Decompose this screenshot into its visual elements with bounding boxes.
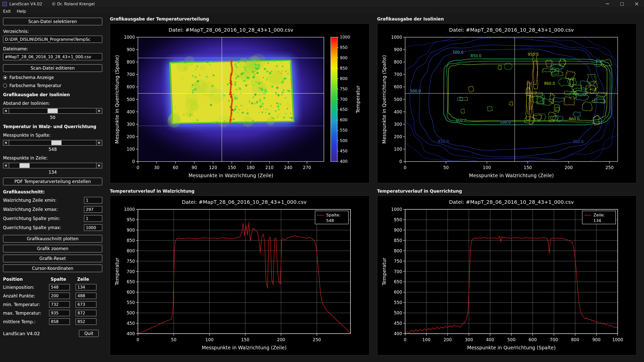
value-box: 858	[49, 318, 70, 325]
app-version-label: LandScan V4.02	[3, 331, 40, 336]
abstand-slider[interactable]	[3, 108, 102, 114]
walzrichtung-profile-canvas[interactable]	[110, 195, 369, 355]
xmax-label: Walzrichtung Zeile xmax:	[3, 207, 58, 212]
app-icon	[3, 2, 7, 6]
crop-row-xmax: Walzrichtung Zeile xmax:	[3, 206, 102, 213]
slider-left-arrow-icon[interactable]	[3, 108, 9, 114]
panel-title: Grafikausgabe der Temperaturverteilung	[110, 16, 369, 23]
isolines-canvas[interactable]	[377, 23, 637, 183]
messpunkte-spalte-label: Messpunkte in Spalte:	[3, 133, 102, 138]
value-box: 673	[76, 301, 96, 308]
value-box: 935	[49, 310, 70, 316]
reset-button[interactable]: Grafik-Reset	[3, 255, 102, 262]
crop-row-ymax: Querrichtung Spalte ymax:	[3, 224, 102, 231]
maximize-button[interactable]	[615, 0, 629, 8]
value-box: 134	[76, 284, 96, 290]
radio-farbschema-anzeige[interactable]: Farbschema Anzeige	[3, 75, 102, 80]
menu-help[interactable]: Help	[14, 9, 29, 14]
menu-bar: Exit Help	[0, 8, 644, 15]
position-table: Position Spalte Zeile Linienposition: 54…	[3, 277, 102, 325]
window-controls: ×	[600, 0, 644, 8]
table-row: mittlere Temp.: 858 852	[3, 318, 102, 325]
verzeichnis-label: Verzeichnis:	[3, 29, 102, 34]
table-row: Linienposition: 548 134	[3, 284, 102, 290]
querrichtung-profile-canvas[interactable]	[377, 195, 637, 355]
close-button[interactable]: ×	[629, 0, 644, 8]
walzrichtung-profile-panel: Temperaturverlauf in Walzrichtung	[110, 188, 369, 355]
dateiname-label: Dateiname:	[3, 46, 102, 51]
maximize-icon	[620, 2, 624, 6]
value-box: 488	[76, 293, 96, 299]
header-spalte: Spalte	[49, 277, 76, 282]
pdf-button[interactable]: PDF Temperaturverteilung erstellen	[3, 178, 102, 185]
spalte-value: 548	[3, 147, 102, 152]
table-row: Anzahl Punkte: 200 488	[3, 293, 102, 299]
grafikausschnitt-heading: Grafikausschnitt:	[3, 189, 102, 194]
control-sidebar: Scan-Datei selektieren Verzeichnis: Date…	[3, 16, 102, 337]
slider-left-arrow-icon[interactable]	[3, 140, 9, 146]
zeile-slider-thumb[interactable]	[19, 163, 30, 168]
slider-right-arrow-icon[interactable]	[96, 140, 102, 146]
ymax-label: Querrichtung Spalte ymax:	[3, 225, 61, 230]
temperature-map-canvas[interactable]	[110, 23, 369, 183]
quit-button[interactable]: Quit	[79, 330, 99, 337]
ymax-field[interactable]	[84, 224, 102, 231]
sidebar-footer: LandScan V4.02 Quit	[3, 330, 102, 337]
value-box: 872	[76, 310, 96, 316]
value-box: 200	[49, 293, 70, 299]
abstand-isolinien-label: Abstand der Isolinien:	[3, 101, 102, 106]
xmin-label: Walzrichtung Zeile xmin:	[3, 198, 56, 203]
abstand-slider-track[interactable]	[9, 108, 96, 114]
title-bar: LandScan V4.02 © Dr. Roland Krengel ×	[0, 0, 644, 8]
value-box: 852	[76, 318, 96, 325]
panel-title: Temperaturverlauf in Walzrichtung	[110, 188, 369, 195]
radio-farbschema-temperatur[interactable]: Farbschema Temperatur	[3, 83, 102, 88]
radio-farbschema-anzeige-label: Farbschema Anzeige	[9, 75, 54, 80]
header-position: Position	[3, 277, 49, 282]
ymin-field[interactable]	[84, 215, 102, 222]
temperature-distribution-panel: Grafikausgabe der Temperaturverteilung	[110, 16, 369, 183]
radio-farbschema-temperatur-label: Farbschema Temperatur	[9, 83, 61, 88]
abstand-slider-thumb[interactable]	[48, 109, 58, 113]
zeile-value: 134	[3, 170, 102, 175]
panel-title: Temperaturverlauf in Querrichtung	[377, 188, 637, 195]
cursor-coordinates-button[interactable]: Cursor-Koordinaten	[3, 265, 102, 272]
spalte-slider-track[interactable]	[9, 140, 96, 146]
xmax-field[interactable]	[84, 206, 102, 213]
panel-title: Grafikausgabe der Isolinien	[377, 16, 637, 23]
crop-row-ymin: Querrichtung Spalte ymin:	[3, 215, 102, 222]
value-box: 548	[49, 284, 70, 290]
slider-right-arrow-icon[interactable]	[96, 108, 102, 114]
isolinien-heading: Grafikausgabe der Isolinien	[3, 92, 102, 97]
slider-right-arrow-icon[interactable]	[96, 163, 102, 168]
edit-scan-file-button[interactable]: Scan-Datei editieren	[3, 64, 102, 72]
zeile-slider[interactable]	[3, 163, 102, 168]
zoom-button[interactable]: Grafik zoomen	[3, 245, 102, 252]
select-scan-file-button[interactable]: Scan-Datei selektieren	[3, 18, 102, 25]
plot-crop-button[interactable]: Grafikausschnitt plotten	[3, 235, 102, 243]
dateiname-field[interactable]	[3, 53, 102, 60]
ymin-label: Querrichtung Spalte ymin:	[3, 216, 60, 221]
table-row: min. Temperatur: 732 673	[3, 301, 102, 308]
xmin-field[interactable]	[84, 197, 102, 204]
table-row: max. Temperatur: 935 872	[3, 310, 102, 316]
temperatur-heading: Temperatur in Walz- und Querrichtung	[3, 124, 102, 129]
close-icon: ×	[634, 1, 639, 7]
verzeichnis-field[interactable]	[3, 36, 102, 43]
crop-row-xmin: Walzrichtung Zeile xmin:	[3, 197, 102, 204]
radio-selected-icon	[3, 75, 7, 79]
menu-exit[interactable]: Exit	[0, 9, 14, 14]
minimize-button[interactable]	[600, 0, 615, 8]
header-zeile: Zeile	[76, 277, 102, 282]
isolines-panel: Grafikausgabe der Isolinien	[377, 16, 637, 183]
abstand-value: 50	[3, 115, 102, 120]
spalte-slider-thumb[interactable]	[51, 140, 61, 145]
slider-left-arrow-icon[interactable]	[3, 163, 9, 168]
window-title: LandScan V4.02	[9, 2, 42, 6]
position-table-header: Position Spalte Zeile	[3, 277, 102, 282]
value-box: 732	[49, 301, 70, 308]
radio-unselected-icon	[3, 84, 7, 88]
spalte-slider[interactable]	[3, 140, 102, 146]
zeile-slider-track[interactable]	[9, 163, 96, 168]
messpunkte-zeile-label: Messpunkte in Zeile:	[3, 155, 102, 160]
